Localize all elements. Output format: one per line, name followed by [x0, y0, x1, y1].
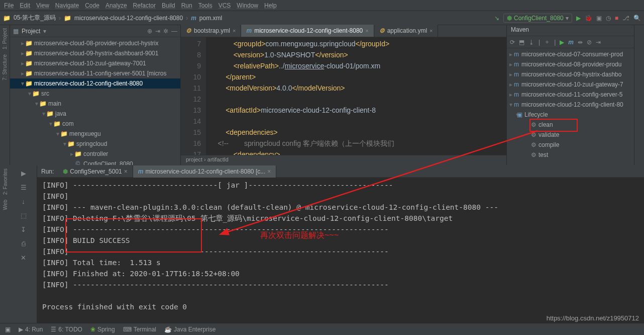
editor-gutter: 7891011121314151617 [181, 37, 206, 155]
profile-icon[interactable]: ◷ [606, 15, 611, 22]
stop-button-icon[interactable]: ■ [615, 15, 618, 22]
add-icon[interactable]: ＋ [544, 38, 550, 46]
run-button-icon[interactable]: ▶ [576, 15, 581, 22]
run-settings-icon[interactable]: ☰ [18, 182, 29, 193]
download-icon[interactable]: ⭳ [528, 39, 534, 46]
console-output[interactable]: [INFO] ---------------------------------… [37, 178, 644, 324]
maven-toolbar: ⟳ ⬒ ⭳ | ＋ | ▶ m ⇹ ⊘ ⇥ [507, 36, 634, 48]
close-icon[interactable]: × [124, 168, 128, 175]
side-tab-favorites[interactable]: 2: Favorites [3, 169, 8, 195]
status-terminal[interactable]: ⌨Terminal [123, 326, 156, 333]
tree-node[interactable]: ©ConfigClient_8080 [10, 159, 180, 165]
maven-goal-test[interactable]: ⚙test [507, 150, 634, 160]
tree-node[interactable]: ▾📁springcloud [10, 139, 180, 149]
tree-node[interactable]: ▸📁controller [10, 149, 180, 159]
coverage-icon[interactable]: ▣ [596, 15, 602, 22]
project-tree[interactable]: ▸📁microservice-cloud-08-provider-product… [10, 37, 180, 165]
close-icon[interactable]: × [430, 28, 433, 34]
select-opened-file-icon[interactable]: ⊕ [147, 28, 152, 35]
status-todo[interactable]: ☰6: TODO [51, 326, 82, 333]
maven-goal-validate[interactable]: ⚙validate [507, 130, 634, 140]
settings-icon[interactable]: ✲ [163, 28, 168, 35]
menu-view[interactable]: View [36, 2, 49, 9]
editor-tab[interactable]: ⚙application.yml× [374, 25, 439, 37]
tree-node[interactable]: ▸📁microservice-cloud-08-provider-product… [10, 38, 180, 48]
maven-module[interactable]: ▾mmicroservice-cloud-12-config-client-80 [507, 100, 634, 110]
maven-m-icon[interactable]: m [568, 39, 574, 46]
side-tab-web[interactable]: Web [3, 200, 8, 210]
run-tab-configserver[interactable]: ⬢ ConfigServer_5001 × [58, 165, 133, 178]
status-run[interactable]: ▶4: Run [19, 326, 43, 333]
menu-navigate[interactable]: Navigate [55, 2, 79, 9]
toggle-offline-icon[interactable]: ⇹ [578, 39, 583, 46]
menu-build[interactable]: Build [162, 2, 175, 9]
watermark: https://blog.csdn.net/z19950712 [547, 314, 639, 322]
maven-module[interactable]: ▸mmicroservice-cloud-07-consumer-prod [507, 49, 634, 59]
tree-node[interactable]: ▾📁main [10, 99, 180, 109]
tree-node[interactable]: ▾📁src [10, 89, 180, 99]
debug-button-icon[interactable]: 🐞 [585, 15, 592, 22]
run-config-selector[interactable]: ⬢ ConfigClient_8080 ▾ [503, 14, 572, 23]
run-pin-icon[interactable]: ↓ [18, 196, 29, 207]
tree-node[interactable]: ▾📁microservice-cloud-12-config-client-80… [10, 78, 180, 89]
menu-run[interactable]: Run [181, 2, 192, 9]
run-maven-icon[interactable]: ▶ [560, 39, 564, 46]
maven-goal-compile[interactable]: ⚙compile [507, 140, 634, 150]
maven-module[interactable]: ▸mmicroservice-cloud-08-provider-produ [507, 59, 634, 69]
statusbar-expand-icon[interactable]: ▣ [5, 326, 11, 333]
menu-vcs[interactable]: VCS [219, 2, 231, 9]
print-icon[interactable]: ⎙ [18, 238, 29, 249]
breadcrumb-file[interactable]: pom.xml [199, 15, 222, 22]
tree-node[interactable]: ▸📁microservice-cloud-09-hystrix-dashboar… [10, 48, 180, 58]
scroll-to-end-icon[interactable]: ↧ [18, 224, 29, 235]
generate-icon[interactable]: ⬒ [519, 39, 524, 46]
tree-node[interactable]: ▾📁java [10, 109, 180, 119]
menu-tools[interactable]: Tools [198, 2, 212, 9]
menu-analyze[interactable]: Analyze [105, 2, 127, 9]
editor-code[interactable]: <groupId>com.mengxuegu.springcloud</grou… [206, 37, 506, 155]
menu-file[interactable]: File [4, 2, 14, 9]
close-icon[interactable]: × [267, 168, 271, 175]
breadcrumb-module[interactable]: microservice-cloud-12-config-client-8080 [74, 15, 183, 22]
refresh-icon[interactable]: ⟳ [510, 39, 515, 46]
maven-collapse-icon[interactable]: ⇥ [596, 39, 601, 46]
skip-tests-icon[interactable]: ⊘ [587, 39, 592, 46]
collapse-all-icon[interactable]: ⇥ [155, 28, 160, 35]
menu-refactor[interactable]: Refactor [133, 2, 156, 9]
git-icon[interactable]: ⎇ [622, 15, 629, 22]
maven-module[interactable]: ▸mmicroservice-cloud-10-zuul-gateway-7 [507, 79, 634, 90]
tree-node[interactable]: ▾📁mengxuegu [10, 129, 180, 139]
toggle-softwrap-icon[interactable]: ⬚ [18, 210, 29, 221]
editor-tab[interactable]: mmicroservice-cloud-12-config-client-808… [241, 25, 374, 37]
run-toolbar: ▶ ☰ ↓ ⬚ ↧ ⎙ ✕ [10, 165, 37, 324]
rerun-icon[interactable]: ▶ [18, 168, 29, 179]
close-icon[interactable]: × [365, 28, 368, 34]
status-java-enterprise[interactable]: ☕Java Enterprise [164, 326, 216, 333]
search-icon[interactable]: 🔍 [633, 15, 641, 22]
status-spring[interactable]: ❀Spring [90, 326, 115, 333]
right-sidebar [634, 25, 644, 165]
tree-node[interactable]: ▸📁microservice-cloud-11-config-server-50… [10, 68, 180, 78]
side-tab-structure[interactable]: 7: Structure [2, 54, 8, 80]
editor-tab[interactable]: ⚙bootstrap.yml× [181, 25, 241, 37]
clear-icon[interactable]: ✕ [18, 252, 29, 263]
menu-help[interactable]: Help [264, 2, 277, 9]
tree-node[interactable]: ▸📁microservice-cloud-10-zuul-gateway-700… [10, 58, 180, 68]
build-icon[interactable]: ↘ [494, 15, 499, 22]
hide-icon[interactable]: — [171, 28, 177, 35]
menu-edit[interactable]: Edit [20, 2, 30, 9]
maven-lifecycle[interactable]: ▾▣Lifecycle [507, 110, 634, 120]
breadcrumb-root[interactable]: 05-第七章_源码 [14, 14, 56, 22]
maven-tree[interactable]: ▸mmicroservice-cloud-07-consumer-prod▸mm… [507, 48, 634, 165]
tree-node[interactable]: ▾📁com [10, 119, 180, 129]
run-config-label: ConfigClient_8080 [514, 15, 564, 22]
maven-goal-clean[interactable]: ⚙clean [507, 120, 634, 130]
run-tab-configclient[interactable]: m microservice-cloud-12-config-client-80… [133, 165, 276, 178]
side-tab-project[interactable]: 1: Project [2, 28, 8, 49]
maven-module[interactable]: ▸mmicroservice-cloud-09-hystrix-dashbo [507, 69, 634, 79]
maven-module[interactable]: ▸mmicroservice-cloud-11-config-server-5 [507, 90, 634, 100]
menu-window[interactable]: Window [237, 2, 258, 9]
menu-code[interactable]: Code [85, 2, 99, 9]
close-icon[interactable]: × [233, 28, 236, 34]
editor-breadcrumbs[interactable]: project › artifactId [181, 155, 506, 165]
